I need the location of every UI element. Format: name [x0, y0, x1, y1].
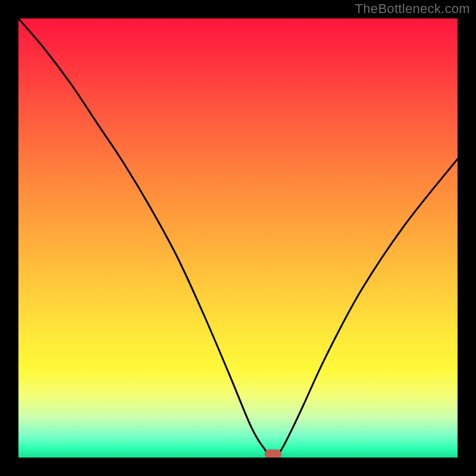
watermark-text: TheBottleneck.com — [355, 1, 470, 17]
minimum-marker — [265, 450, 281, 458]
plot-area — [18, 18, 458, 458]
bottleneck-curve — [18, 18, 458, 458]
chart-stage: TheBottleneck.com — [0, 0, 476, 476]
